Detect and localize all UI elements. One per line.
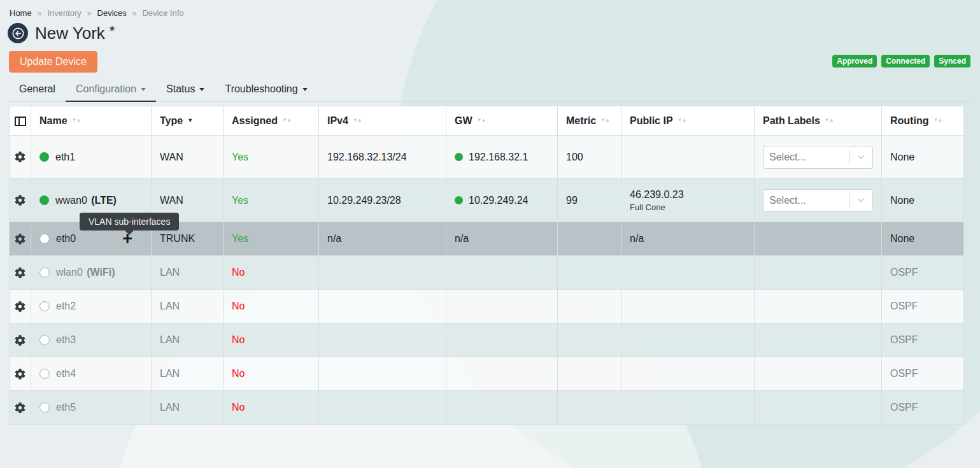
cell-settings bbox=[10, 391, 31, 425]
cell-routing: None bbox=[882, 136, 964, 179]
cell-settings bbox=[10, 136, 31, 179]
cell-type: LAN bbox=[152, 256, 224, 290]
status-badge-approved: Approved bbox=[832, 55, 877, 67]
interface-settings-gear-icon[interactable] bbox=[15, 195, 25, 206]
tab-troubleshooting[interactable]: Troubleshooting bbox=[215, 80, 317, 102]
interface-name-suffix: (WiFi) bbox=[84, 267, 115, 278]
select-separator bbox=[849, 150, 850, 164]
sort-arrows-icon: ▼▲ bbox=[282, 117, 291, 123]
sort-arrows-icon: ▼▲ bbox=[477, 117, 486, 123]
path-labels-select[interactable]: Select... bbox=[763, 146, 873, 169]
column-header-metric[interactable]: Metric▼▲ bbox=[558, 106, 621, 136]
tab-label: Status bbox=[166, 83, 195, 94]
column-header-type[interactable]: Type▼ bbox=[152, 106, 224, 136]
column-header-path_labels[interactable]: Path Labels▼▲ bbox=[755, 106, 882, 136]
breadcrumb-item-inventory[interactable]: Inventory bbox=[47, 8, 81, 18]
cell-name: eth2 bbox=[31, 290, 152, 323]
sort-arrows-icon: ▼▲ bbox=[825, 117, 834, 123]
chevron-down-icon bbox=[855, 195, 867, 206]
cell-routing: None bbox=[882, 179, 964, 222]
select-placeholder: Select... bbox=[769, 152, 806, 163]
table-row-eth2: eth2LANNoOSPF bbox=[10, 290, 964, 323]
cell-settings bbox=[10, 290, 31, 323]
cell-gw bbox=[446, 290, 558, 323]
back-button[interactable] bbox=[8, 23, 28, 43]
interface-settings-gear-icon[interactable] bbox=[15, 335, 25, 346]
interface-settings-gear-icon[interactable] bbox=[15, 402, 25, 413]
nat-type-value: Full Cone bbox=[630, 202, 746, 212]
chevron-down-icon bbox=[855, 152, 867, 163]
column-header-name[interactable]: Name▼▲ bbox=[31, 106, 152, 136]
breadcrumb-separator: » bbox=[132, 9, 137, 18]
tab-status[interactable]: Status bbox=[156, 80, 215, 102]
breadcrumb-item-device-info[interactable]: Device Info bbox=[142, 8, 183, 18]
column-header-gw[interactable]: GW▼▲ bbox=[446, 106, 558, 136]
unsaved-changes-marker: * bbox=[110, 23, 115, 39]
cell-name: eth1 bbox=[31, 136, 152, 179]
cell-routing: OSPF bbox=[882, 290, 964, 323]
cell-ipv4 bbox=[319, 391, 446, 425]
cell-name: wlan0 (WiFi) bbox=[31, 256, 152, 290]
unassigned-circle-icon bbox=[39, 267, 50, 278]
breadcrumb-item-home[interactable]: Home bbox=[10, 8, 32, 18]
caret-down-icon bbox=[141, 88, 146, 91]
column-header-ipv4[interactable]: IPv4▼▲ bbox=[319, 106, 446, 136]
update-device-button[interactable]: Update Device bbox=[9, 51, 97, 73]
column-header-public_ip[interactable]: Public IP▼▲ bbox=[621, 106, 755, 136]
cell-ipv4: 192.168.32.13/24 bbox=[319, 136, 446, 179]
cell-type: WAN bbox=[152, 136, 224, 179]
cell-settings bbox=[10, 256, 31, 290]
cell-path-labels bbox=[755, 391, 882, 425]
interface-settings-gear-icon[interactable] bbox=[15, 234, 25, 245]
caret-down-icon bbox=[302, 88, 308, 91]
interface-settings-gear-icon[interactable] bbox=[15, 369, 25, 379]
interface-settings-gear-icon[interactable] bbox=[15, 152, 25, 162]
cell-routing: OSPF bbox=[882, 357, 964, 391]
cell-settings bbox=[10, 179, 31, 222]
gateway-up-dot-icon bbox=[455, 153, 463, 161]
table-row-eth5: eth5LANNoOSPF bbox=[10, 391, 964, 425]
cell-path-labels: Select... bbox=[755, 136, 882, 179]
interface-settings-gear-icon[interactable] bbox=[15, 267, 25, 278]
cell-metric bbox=[558, 357, 621, 391]
assigned-value: No bbox=[232, 402, 245, 413]
tab-general[interactable]: General bbox=[9, 80, 66, 102]
vlan-tooltip-text: VLAN sub-interfaces bbox=[89, 216, 170, 227]
interface-name: eth4 bbox=[39, 357, 143, 390]
cell-path-labels: Select... bbox=[755, 179, 882, 222]
breadcrumb-separator: » bbox=[38, 9, 42, 18]
gw-value: 10.29.249.24 bbox=[455, 195, 549, 206]
breadcrumb-item-devices[interactable]: Devices bbox=[97, 8, 127, 18]
column-header-assigned[interactable]: Assigned▼▲ bbox=[224, 106, 319, 136]
interface-name-label: eth4 bbox=[56, 368, 76, 379]
assigned-value: No bbox=[232, 368, 245, 379]
cell-path-labels bbox=[755, 222, 882, 256]
cell-public-ip bbox=[621, 256, 755, 290]
column-header-routing[interactable]: Routing▼▲ bbox=[882, 106, 964, 136]
select-placeholder: Select... bbox=[769, 195, 806, 206]
interface-settings-gear-icon[interactable] bbox=[15, 301, 25, 312]
column-header-label: Name bbox=[39, 115, 67, 126]
cell-metric: 99 bbox=[558, 179, 621, 222]
sort-arrows-icon: ▼▲ bbox=[72, 117, 81, 123]
gw-ip: 10.29.249.24 bbox=[469, 195, 528, 206]
tab-configuration[interactable]: Configuration bbox=[66, 80, 156, 102]
assigned-value: No bbox=[232, 301, 245, 311]
breadcrumb: Home»Inventory»Devices»Device Info bbox=[10, 8, 184, 18]
breadcrumb-separator: » bbox=[87, 9, 92, 18]
vlan-tooltip: VLAN sub-interfaces bbox=[80, 213, 179, 230]
table-header: Name▼▲Type▼Assigned▼▲IPv4▼▲GW▼▲Metric▼▲P… bbox=[10, 106, 964, 136]
assigned-value: Yes bbox=[232, 152, 248, 162]
cell-path-labels bbox=[755, 256, 882, 290]
cell-path-labels bbox=[755, 323, 882, 357]
unassigned-circle-icon bbox=[39, 402, 50, 413]
table-row-wlan0: wlan0 (WiFi)LANNoOSPF bbox=[10, 256, 964, 290]
unassigned-circle-icon bbox=[39, 301, 50, 311]
status-badges: ApprovedConnectedSynced bbox=[832, 55, 970, 67]
path-labels-select[interactable]: Select... bbox=[763, 189, 873, 212]
cell-public-ip bbox=[621, 391, 755, 425]
cell-metric bbox=[558, 256, 621, 290]
interfaces-table: Name▼▲Type▼Assigned▼▲IPv4▼▲GW▼▲Metric▼▲P… bbox=[9, 106, 964, 425]
interface-name-label: eth5 bbox=[56, 402, 76, 413]
table-columns-icon bbox=[15, 117, 26, 126]
